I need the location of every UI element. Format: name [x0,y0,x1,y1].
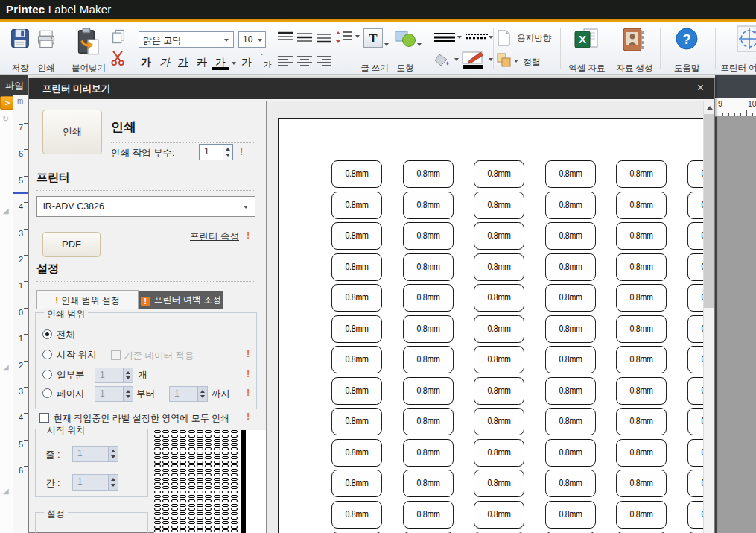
address-book-icon[interactable] [621,27,647,55]
align-center-icon[interactable] [296,55,313,70]
page-to-spinner: 1 [169,386,208,402]
valign-middle-icon[interactable] [296,31,313,46]
label-cell: 0.8mm [403,284,454,312]
align-left-icon[interactable] [277,55,293,70]
tab-strip-right [715,75,756,100]
tab-printer-margin[interactable]: !프린터 여백 조정 [139,291,223,309]
ruler-number: 7 [13,123,23,132]
underline-button[interactable]: 가 [174,54,192,72]
line-spacing-icon[interactable] [335,30,355,48]
help-icon[interactable]: ? [675,27,699,54]
text-tool-icon[interactable]: T [363,28,383,48]
paste-button[interactable]: 붙여넣기 [66,63,112,74]
printer-margin-icon[interactable] [734,25,756,55]
printer-section-heading: 프린터 [36,171,70,185]
label-cell: 0.8mm [331,377,382,405]
scrollbar-up-icon[interactable] [704,101,714,114]
excel-data-button[interactable]: 엑셀 자료 [565,63,609,74]
label-cell: 0.8mm [403,377,454,405]
sidebar-expand-button[interactable]: > [0,96,15,110]
sidebar-marker-icon: ◢ [3,206,9,215]
spinner-arrows-icon[interactable] [223,145,232,160]
row-spinner: 1 [72,446,118,462]
print-icon[interactable] [36,28,57,54]
label-cell: 0.8mm [545,408,596,435]
bold-button[interactable]: 가 [137,54,155,72]
close-icon[interactable]: × [694,81,707,95]
paper-orientation-icon[interactable] [498,30,511,49]
radio-page[interactable] [42,388,52,398]
refresh-icon[interactable]: ↻ [2,114,9,124]
line-style-icon[interactable] [465,31,489,46]
label-cell: 0.8mm [474,470,524,497]
radio-start-position[interactable] [42,350,52,359]
tab-print-range[interactable]: !인쇄 범위 설정 [36,290,139,309]
printer-select[interactable]: iR-ADV C3826 [36,196,255,217]
save-icon[interactable] [9,27,31,54]
superscript-button[interactable]: 가 [238,54,255,72]
font-size-select[interactable]: 10 [238,31,266,48]
column-value: 1 [77,476,83,487]
paste-icon[interactable] [74,27,101,60]
label-cell: 0.8mm [545,192,596,219]
shape-tool-icon[interactable] [395,30,417,51]
fill-color-icon[interactable] [433,52,453,72]
preview-scrollbar[interactable] [703,101,714,533]
excel-icon[interactable]: X [574,27,600,55]
label-cell: 0.8mm [331,192,382,219]
spinner-arrows-icon [108,475,118,490]
radio-all[interactable] [42,329,52,339]
copies-spinner[interactable]: 1 [199,144,233,160]
label-cell: 0.8mm [545,222,596,250]
row-value: 1 [77,448,83,458]
valign-bottom-icon[interactable] [316,31,332,46]
font-name-select[interactable]: 맑은 고딕 [139,31,234,48]
label-cell: 0.8mm [545,377,596,405]
line-thickness-icon[interactable] [433,31,456,46]
label-cell: 0.8mm [616,192,667,219]
label-cell: 0.8mm [403,222,454,250]
radio-partial[interactable] [42,370,52,379]
printer-properties-link[interactable]: 프린터 속성 [190,230,239,243]
label-cell: 0.8mm [474,315,524,343]
arrange-icon[interactable] [496,52,512,72]
label-cell: 0.8mm [403,192,454,219]
write-text-button[interactable]: 글 쓰기 [358,63,392,74]
label-cell: 0.8mm [474,501,524,529]
arrange-button[interactable]: 정렬 [520,57,544,68]
label-cell: 0.8mm [331,439,382,467]
paper-orientation-button[interactable]: 용지방향 [512,33,556,44]
checkbox-print-all-area[interactable] [39,413,49,423]
chevron-down-icon [244,206,248,209]
settings-group-label: 설정 [44,508,68,520]
label-cell: 0.8mm [545,253,596,281]
help-button[interactable]: 도움말 [667,63,706,74]
scrollbar-thumb[interactable] [704,114,714,308]
shape-button[interactable]: 도형 [390,63,420,74]
printer-margin-button[interactable]: 프린터 여 [718,63,756,74]
label-cell: 0.8mm [474,253,524,281]
chevron-down-icon [232,62,236,65]
label-cell: 0.8mm [474,284,524,312]
copy-icon[interactable] [110,28,127,48]
label-cell: 0.8mm [403,439,454,467]
border-color-icon[interactable] [462,51,487,72]
valign-top-icon[interactable] [277,31,293,46]
print-button[interactable]: 인쇄 [33,63,60,74]
pdf-button[interactable]: PDF [42,232,101,257]
cut-scissors-icon[interactable] [109,48,127,70]
label-cell: 0.8mm [331,222,382,250]
align-right-icon[interactable] [316,55,332,70]
data-create-button[interactable]: 자료 생성 [611,63,658,74]
italic-button[interactable]: 가 [156,54,174,72]
print-execute-button[interactable]: 인쇄 [42,110,102,154]
label-cell: 0.8mm [403,160,454,188]
start-position-group-label: 시작 위치 [44,424,88,437]
file-tab[interactable]: 파일 [5,80,24,92]
spinner-arrows-icon [123,368,133,382]
dialog-titlebar[interactable]: 프린터 미리보기 × [29,78,714,99]
ruler-number: 2 [13,255,23,264]
ruler-number: 9 [718,99,722,108]
font-color-button[interactable]: 가 [212,54,229,70]
strikethrough-button[interactable]: 가 [193,54,211,72]
